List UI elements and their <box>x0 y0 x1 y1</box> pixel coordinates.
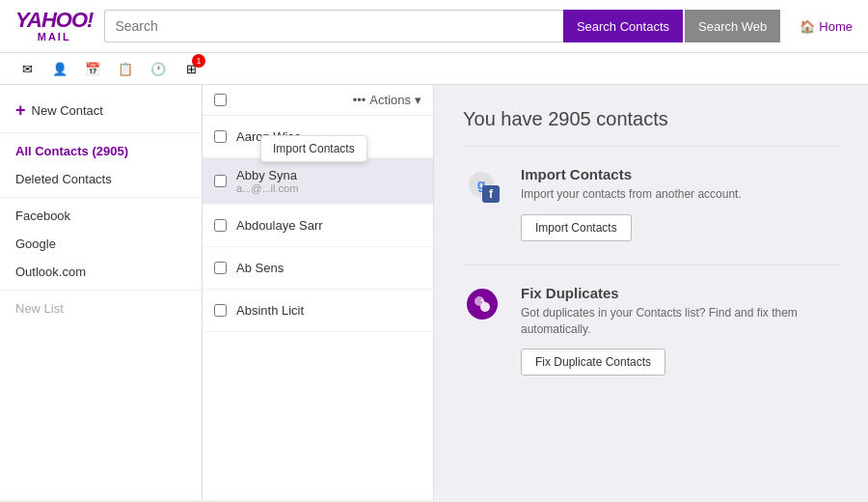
search-web-button[interactable]: Search Web <box>685 10 780 42</box>
search-contacts-button[interactable]: Search Contacts <box>563 10 683 42</box>
sidebar-item-outlook[interactable]: Outlook.com <box>0 258 202 286</box>
notepad-nav-icon[interactable]: 📋 <box>114 57 137 80</box>
sidebar-divider-2 <box>0 197 202 198</box>
home-button[interactable]: 🏠 Home <box>800 19 853 34</box>
logo-area: YAHOO! MAIL <box>15 10 93 42</box>
contact-info-abdoulaye: Abdoulaye Sarr <box>236 218 323 233</box>
contact-item-abdoulaye[interactable]: Abdoulaye Sarr <box>203 205 433 247</box>
contact-checkbox-absens[interactable] <box>214 262 227 274</box>
contact-checkbox-abdoulaye[interactable] <box>214 219 227 232</box>
tooltip-text: Import Contacts <box>273 142 355 155</box>
sidebar-divider-1 <box>0 132 202 133</box>
fix-duplicates-icon <box>463 285 505 327</box>
new-contact-label: New Contact <box>32 103 103 118</box>
import-section-content: Import Contacts Import your contacts fro… <box>521 166 839 241</box>
contact-name-absinth: Absinth Licit <box>236 303 304 318</box>
contact-email-abby: a...@...il.com <box>236 182 298 194</box>
sidebar-item-google[interactable]: Google <box>0 230 202 258</box>
mail-icon: ✉ <box>22 62 33 76</box>
clock-nav-icon[interactable]: 🕐 <box>147 57 170 80</box>
mail-label: MAIL <box>38 31 71 42</box>
yahoo-logo: YAHOO! <box>15 10 93 31</box>
contact-checkbox-aaron[interactable] <box>214 130 227 143</box>
contact-checkbox-absinth[interactable] <box>214 304 227 317</box>
panel-divider-1 <box>463 146 839 147</box>
plus-icon: + <box>15 100 26 121</box>
import-section-title: Import Contacts <box>521 166 839 182</box>
apps-nav-icon[interactable]: ⊞ 1 <box>179 57 203 80</box>
contact-name-absens: Ab Sens <box>236 261 284 275</box>
new-contact-button[interactable]: + New Contact <box>0 93 202 128</box>
import-contacts-tooltip: Import Contacts <box>260 135 367 162</box>
notepad-icon: 📋 <box>118 62 133 76</box>
fix-section-content: Fix Duplicates Got duplicates in your Co… <box>521 285 839 376</box>
fix-duplicates-section: Fix Duplicates Got duplicates in your Co… <box>463 285 839 376</box>
contacts-nav-icon[interactable]: 👤 <box>48 57 71 80</box>
right-panel: You have 2905 contacts g f Import Contac… <box>434 85 868 500</box>
import-contacts-button[interactable]: Import Contacts <box>521 214 632 241</box>
actions-dots: ••• <box>353 93 366 107</box>
panel-divider-2 <box>463 265 839 265</box>
contact-info-absens: Ab Sens <box>236 261 284 275</box>
search-input[interactable] <box>104 10 563 42</box>
actions-chevron: ▾ <box>415 93 421 107</box>
sidebar-divider-3 <box>0 290 202 291</box>
sidebar-item-deleted-contacts[interactable]: Deleted Contacts <box>0 165 202 193</box>
new-list-label[interactable]: New List <box>0 294 202 322</box>
contact-checkbox-abby[interactable] <box>214 175 227 187</box>
calendar-icon: 📅 <box>85 62 100 76</box>
import-section-desc: Import your contacts from another accoun… <box>521 186 839 203</box>
actions-label: Actions <box>369 93 411 107</box>
facebook-icon: f <box>482 185 500 203</box>
home-label: Home <box>819 19 853 34</box>
contacts-count-title: You have 2905 contacts <box>463 108 839 130</box>
contact-info-abby: Abby Syna a...@...il.com <box>236 168 298 194</box>
contact-info-absinth: Absinth Licit <box>236 303 304 318</box>
import-icon: g f <box>463 166 505 209</box>
home-icon: 🏠 <box>800 19 815 34</box>
calendar-nav-icon[interactable]: 📅 <box>81 57 104 80</box>
fix-section-title: Fix Duplicates <box>521 285 839 301</box>
nav-icons-bar: ✉ 👤 📅 📋 🕐 ⊞ 1 <box>0 53 868 85</box>
search-bar: Search Contacts Search Web <box>104 10 780 42</box>
clock-icon: 🕐 <box>150 62 166 76</box>
header: YAHOO! MAIL Search Contacts Search Web 🏠… <box>0 0 868 53</box>
apps-badge: 1 <box>192 54 205 68</box>
contact-list-header: ••• Actions ▾ <box>203 85 433 116</box>
contact-list: ••• Actions ▾ Import Contacts Aaron Wise… <box>203 85 434 500</box>
contacts-icon: 👤 <box>52 62 68 76</box>
import-contacts-section: g f Import Contacts Import your contacts… <box>463 166 839 241</box>
main-content: + New Contact All Contacts (2905) Delete… <box>0 85 868 500</box>
fix-section-desc: Got duplicates in your Contacts list? Fi… <box>521 305 839 338</box>
outlook-label: Outlook.com <box>15 265 86 279</box>
contact-item-absinth[interactable]: Absinth Licit <box>203 290 433 332</box>
deleted-contacts-label: Deleted Contacts <box>15 172 112 186</box>
sidebar-item-facebook[interactable]: Facebook <box>0 202 202 230</box>
mail-nav-icon[interactable]: ✉ <box>15 57 39 80</box>
fix-icon-inner <box>467 289 498 320</box>
sidebar-item-all-contacts[interactable]: All Contacts (2905) <box>0 137 202 165</box>
all-contacts-label: All Contacts (2905) <box>15 144 128 158</box>
svg-point-1 <box>480 302 490 312</box>
sidebar: + New Contact All Contacts (2905) Delete… <box>0 85 203 500</box>
contact-item-absens[interactable]: Ab Sens <box>203 247 433 290</box>
facebook-label: Facebook <box>15 209 70 223</box>
fix-duplicate-contacts-button[interactable]: Fix Duplicate Contacts <box>521 349 665 376</box>
contact-item-abby[interactable]: Abby Syna a...@...il.com <box>203 158 433 205</box>
contact-name-abby: Abby Syna <box>236 168 298 182</box>
actions-button[interactable]: ••• Actions ▾ <box>353 93 421 107</box>
select-all-checkbox[interactable] <box>214 94 227 106</box>
google-label: Google <box>15 237 56 251</box>
contact-name-abdoulaye: Abdoulaye Sarr <box>236 218 323 233</box>
